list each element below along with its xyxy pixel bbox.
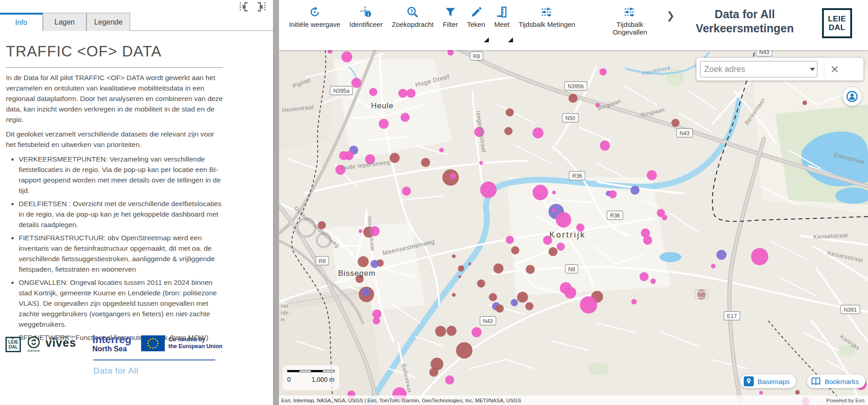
- map-point[interactable]: [468, 263, 471, 265]
- bookmarks-button[interactable]: Bookmarks: [807, 375, 865, 388]
- attribution-text: Esri, Intermap, NASA, NGA, USGS | Esri, …: [281, 398, 521, 403]
- basemaps-button[interactable]: Basemaps: [740, 375, 796, 388]
- map-point[interactable]: [452, 254, 456, 258]
- road-shield: R36: [569, 172, 585, 180]
- map-point[interactable]: [372, 309, 381, 319]
- flyout-arrow-icon[interactable]: [508, 37, 513, 42]
- map-point[interactable]: [362, 288, 370, 296]
- more-tools-chevron-icon[interactable]: ❯: [655, 0, 675, 22]
- map-point[interactable]: [452, 293, 456, 297]
- tool-time-slider-metingen[interactable]: Tijdsbalk Metingen: [514, 5, 580, 36]
- close-icon[interactable]: ×: [829, 62, 841, 76]
- map-point[interactable]: [421, 158, 430, 167]
- locate-button[interactable]: [843, 87, 862, 106]
- tool-measure[interactable]: Meet: [490, 5, 514, 36]
- map-point[interactable]: [479, 161, 483, 165]
- scalebar: 0 1,000 m: [283, 365, 339, 390]
- map-point[interactable]: [711, 264, 716, 268]
- map-point[interactable]: [548, 247, 558, 256]
- map-point[interactable]: [511, 246, 519, 254]
- map-point[interactable]: [600, 141, 610, 151]
- map-point[interactable]: [369, 88, 377, 96]
- map-point[interactable]: [401, 113, 410, 122]
- tool-query[interactable]: ? Zoekopdracht: [387, 5, 438, 36]
- tool-identify[interactable]: Identificeer: [345, 5, 387, 36]
- map-point[interactable]: [371, 260, 379, 268]
- map-point[interactable]: [359, 229, 362, 233]
- search-box[interactable]: [700, 61, 817, 77]
- map-point[interactable]: [493, 263, 503, 273]
- map-point[interactable]: [341, 51, 352, 62]
- map-point[interactable]: [504, 127, 513, 135]
- map-point[interactable]: [458, 265, 464, 272]
- map-point[interactable]: [489, 293, 497, 301]
- map-point[interactable]: [496, 304, 504, 313]
- collapse-panel-left-icon[interactable]: [239, 1, 249, 12]
- map-point[interactable]: [569, 94, 578, 103]
- map-point[interactable]: [802, 101, 807, 105]
- map-point[interactable]: [358, 256, 369, 267]
- map-point[interactable]: [402, 187, 411, 196]
- tool-initial-view[interactable]: Initiële weergave: [284, 5, 345, 36]
- map-point[interactable]: [429, 368, 438, 377]
- map-point[interactable]: [398, 89, 407, 98]
- map-point[interactable]: [556, 212, 571, 228]
- map-point[interactable]: [458, 275, 461, 278]
- map-point[interactable]: [671, 119, 680, 127]
- map-point[interactable]: [552, 191, 556, 194]
- map-point[interactable]: [477, 279, 485, 288]
- map-point[interactable]: [406, 89, 416, 98]
- map-point[interactable]: [795, 390, 800, 395]
- map-point[interactable]: [580, 296, 597, 314]
- map-point[interactable]: [599, 68, 607, 76]
- search-input[interactable]: [704, 65, 810, 74]
- map-point[interactable]: [390, 153, 400, 163]
- map-point[interactable]: [647, 170, 657, 180]
- map-point[interactable]: [373, 317, 380, 324]
- map-point[interactable]: [630, 186, 640, 195]
- map-point[interactable]: [435, 326, 446, 337]
- tool-filter[interactable]: Filter: [438, 5, 462, 36]
- filter-icon: [444, 5, 457, 18]
- map-point[interactable]: [533, 185, 548, 200]
- map-point[interactable]: [351, 78, 361, 88]
- flyout-arrow-icon[interactable]: [484, 37, 489, 42]
- tab-lagen[interactable]: Lagen: [43, 13, 86, 31]
- map-point[interactable]: [345, 151, 354, 160]
- map-point[interactable]: [506, 236, 514, 244]
- tab-info[interactable]: Info: [0, 13, 43, 31]
- map-point[interactable]: [609, 190, 617, 198]
- map-point[interactable]: [631, 299, 637, 304]
- map-point[interactable]: [751, 248, 768, 265]
- map-point[interactable]: [716, 250, 726, 260]
- map-point[interactable]: [450, 173, 456, 179]
- map-viewport[interactable]: R8N395aN395bN50N43R36R36N8N8R8N43E17N391…: [279, 50, 868, 405]
- tab-legende[interactable]: Legende: [86, 13, 130, 31]
- map-point[interactable]: [640, 272, 649, 281]
- map-point[interactable]: [643, 236, 652, 245]
- expand-panel-right-icon[interactable]: [256, 1, 267, 12]
- map-point[interactable]: [439, 148, 444, 152]
- map-point[interactable]: [552, 208, 556, 212]
- map-point[interactable]: [517, 292, 528, 303]
- map-point[interactable]: [511, 299, 518, 306]
- panel-resizer[interactable]: [273, 0, 279, 405]
- chevron-down-icon[interactable]: [810, 68, 815, 71]
- map-point[interactable]: [447, 326, 457, 336]
- map-point[interactable]: [379, 119, 389, 129]
- map-point[interactable]: [525, 302, 533, 310]
- map-point[interactable]: [506, 108, 514, 116]
- map-point[interactable]: [456, 342, 472, 359]
- map-point[interactable]: [445, 375, 454, 385]
- map-point[interactable]: [472, 327, 482, 337]
- map-point[interactable]: [533, 127, 543, 138]
- map-point[interactable]: [759, 391, 763, 395]
- map-point[interactable]: [662, 215, 667, 220]
- tool-draw[interactable]: Teken: [462, 5, 490, 36]
- tool-time-slider-ongevallen[interactable]: Tijdsbalk Ongevallen: [605, 5, 655, 36]
- map-point[interactable]: [564, 287, 576, 299]
- map-point[interactable]: [557, 243, 565, 251]
- map-point[interactable]: [480, 182, 497, 198]
- map-point[interactable]: [650, 278, 656, 284]
- map-point[interactable]: [526, 265, 535, 274]
